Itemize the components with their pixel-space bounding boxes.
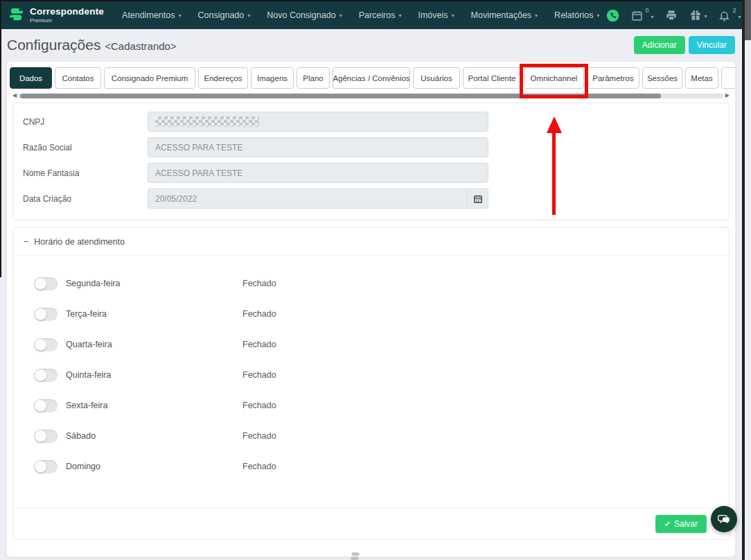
navbar-icon-group: 0 ▾ ▾ 2 [606, 9, 751, 22]
scrollbar-track[interactable] [19, 94, 723, 98]
cnpj-label: CNPJ [23, 117, 148, 127]
main-menu: Atendimentos▾ Consignado▾ Novo Consignad… [122, 10, 599, 20]
chevron-down-icon: ▾ [597, 12, 599, 19]
day-row-sabado: Sábado Fechado [13, 421, 729, 451]
day-row-terca: Terça-feira Fechado [13, 299, 729, 329]
toggle-domingo[interactable] [34, 460, 58, 473]
nome-fantasia-row: Nome Fantasia [23, 163, 719, 183]
menu-novo-consignado[interactable]: Novo Consignado▾ [267, 10, 342, 20]
tab-parametros[interactable]: Parâmetros [587, 67, 639, 89]
brand-subtitle: Premium [30, 18, 104, 24]
day-row-quinta: Quinta-feira Fechado [13, 360, 729, 390]
gift-icon[interactable]: ▾ [689, 9, 707, 21]
menu-atendimentos[interactable]: Atendimentos▾ [122, 10, 181, 20]
nome-fantasia-field[interactable] [148, 163, 488, 183]
vincular-button[interactable]: Vincular [689, 36, 735, 54]
calendar-badge: 0 [645, 8, 648, 14]
chevron-down-icon: ▾ [535, 12, 538, 19]
status-quarta: Fechado [242, 340, 276, 349]
day-row-segunda: Segunda-feira Fechado [13, 268, 729, 299]
toggle-segunda[interactable] [34, 277, 58, 290]
tab-consignado-premium[interactable]: Consignado Premium [104, 67, 195, 89]
tab-portal-cliente[interactable]: Portal Cliente [463, 67, 521, 89]
scrollbar-thumb[interactable] [20, 94, 661, 98]
chevron-down-icon: ▾ [339, 12, 342, 19]
chevron-down-icon: ▾ [398, 12, 401, 19]
menu-imoveis[interactable]: Imóveis▾ [418, 10, 454, 20]
top-navbar: Correspondente Premium Atendimentos▾ Con… [0, 1, 742, 29]
toggle-sexta[interactable] [34, 399, 58, 412]
brand-title: Correspondente [30, 7, 104, 17]
status-sabado: Fechado [242, 431, 276, 441]
toggle-quinta[interactable] [34, 369, 58, 382]
schedule-footer: ✔ Salvar [13, 508, 729, 539]
tab-plano[interactable]: Plano [297, 67, 330, 89]
day-list: Segunda-feira Fechado Terça-feira Fechad… [13, 256, 729, 482]
window-border-top [0, 0, 751, 1]
footer-logo-partial [350, 551, 360, 560]
data-criacao-label: Data Criação [23, 194, 148, 204]
data-criacao-field[interactable] [148, 189, 468, 209]
printer-icon[interactable] [665, 9, 678, 21]
scroll-right-arrow[interactable]: ▶ [725, 93, 730, 98]
toggle-quarta[interactable] [34, 338, 58, 351]
chevron-down-icon: ▾ [179, 12, 182, 19]
schedule-title: Horário de atendimento [34, 237, 125, 247]
cnpj-field[interactable] [148, 112, 488, 132]
tab-cut-off[interactable]: P [721, 67, 736, 89]
data-criacao-row: Data Criação [23, 189, 719, 209]
cnpj-row: CNPJ [23, 112, 719, 132]
tab-usuarios[interactable]: Usuários [413, 67, 460, 89]
page-title: Configurações <Cadastrando> [7, 37, 177, 53]
menu-consignado[interactable]: Consignado▾ [198, 10, 251, 20]
salvar-button[interactable]: ✔ Salvar [655, 515, 707, 533]
tab-imagens[interactable]: Imagens [251, 67, 294, 89]
tab-contatos[interactable]: Contatos [55, 67, 101, 89]
tab-enderecos[interactable]: Endereços [198, 67, 248, 89]
razao-social-field[interactable] [148, 137, 488, 157]
whatsapp-icon[interactable] [606, 9, 619, 22]
chat-fab-button[interactable] [711, 506, 737, 532]
chat-bubbles-icon [717, 512, 731, 526]
chevron-down-icon: ▾ [452, 12, 454, 19]
toggle-terca[interactable] [34, 308, 58, 321]
status-domingo: Fechado [242, 462, 276, 471]
chevron-down-icon: ▾ [651, 14, 653, 20]
tabs-horizontal-scrollbar: ◀ ▶ [12, 93, 730, 98]
razao-social-row: Razão Social [23, 137, 719, 157]
vertical-scrollbar-thumb[interactable] [745, 0, 751, 40]
datepicker-button[interactable] [468, 189, 488, 209]
bell-icon[interactable]: 2 ▾ [718, 10, 741, 21]
brand-logo[interactable]: Correspondente Premium [8, 6, 104, 25]
redacted-value [155, 116, 259, 127]
chevron-down-icon: ▾ [738, 14, 741, 20]
check-icon: ✔ [664, 520, 671, 529]
tab-metas[interactable]: Metas [685, 67, 718, 89]
status-segunda: Fechado [242, 279, 276, 288]
chevron-down-icon: ▾ [704, 13, 707, 19]
toggle-sabado[interactable] [34, 430, 58, 443]
tab-dados[interactable]: Dados [10, 67, 52, 89]
page-state: <Cadastrando> [105, 40, 176, 52]
schedule-collapse-header[interactable]: − Horário de atendimento [13, 228, 729, 256]
calendar-icon[interactable]: 0 ▾ [631, 10, 653, 21]
menu-movimentacoes[interactable]: Movimentações▾ [471, 10, 538, 20]
collapse-minus-icon: − [24, 237, 28, 247]
bell-badge: 2 [732, 8, 736, 14]
razao-social-label: Razão Social [23, 143, 148, 152]
scroll-left-arrow[interactable]: ◀ [12, 93, 17, 98]
status-terca: Fechado [242, 309, 276, 319]
calendar-icon [473, 194, 483, 204]
menu-relatorios[interactable]: Relatórios▾ [554, 10, 599, 20]
status-quinta: Fechado [242, 370, 276, 380]
tab-agencias-convenios[interactable]: Agências / Convênios [333, 67, 410, 89]
menu-parceiros[interactable]: Parceiros▾ [359, 10, 402, 20]
tab-omnichannel[interactable]: Omnichannel [524, 67, 584, 89]
window-border-left [0, 0, 1, 277]
day-row-domingo: Domingo Fechado [13, 451, 729, 482]
day-row-sexta: Sexta-feira Fechado [13, 390, 729, 421]
browser-vertical-scrollbar[interactable] [745, 0, 751, 560]
adicionar-button[interactable]: Adicionar [634, 36, 685, 54]
tab-sessoes[interactable]: Sessões [642, 67, 682, 89]
day-row-quarta: Quarta-feira Fechado [13, 329, 729, 360]
